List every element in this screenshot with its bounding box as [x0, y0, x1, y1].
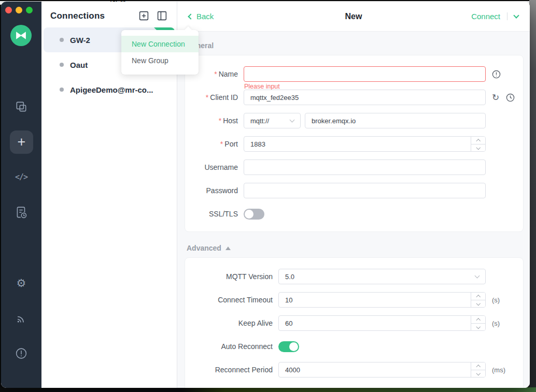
log-icon[interactable]	[15, 206, 28, 220]
keep-alive-input[interactable]	[278, 315, 486, 331]
mqttx-logo	[10, 25, 32, 46]
stepper-up-button[interactable]	[471, 316, 485, 323]
advanced-card: MQTT Version 5.0 Connect Timeout	[185, 257, 524, 388]
divider	[507, 12, 507, 20]
keep-alive-stepper	[471, 316, 485, 330]
new-dropdown-menu: New Connection New Group	[121, 30, 199, 75]
collapse-triangle-icon	[225, 246, 231, 250]
menu-item-new-connection[interactable]: New Connection	[121, 36, 199, 52]
connection-status-dot	[60, 63, 64, 67]
connection-label: GW-2	[70, 36, 90, 45]
broadcast-icon[interactable]	[15, 312, 27, 325]
reconnect-period-label: Reconnect Period	[185, 366, 278, 374]
stepper-up-button[interactable]	[471, 137, 485, 144]
connection-label: ApigeeDemo@mr-co...	[70, 85, 153, 94]
clean-start-toggle[interactable]	[278, 388, 299, 388]
auto-reconnect-toggle[interactable]	[278, 341, 299, 352]
timestamp-client-id-icon[interactable]	[506, 93, 515, 102]
connect-options-chevron-icon[interactable]	[513, 12, 519, 18]
chevron-down-icon	[290, 117, 295, 122]
connection-label: Oaut	[70, 61, 88, 69]
desktop-background-bottom	[0, 387, 536, 392]
keep-alive-label: Keep Alive	[185, 319, 278, 327]
ssl-tls-label: SSL/TLS	[185, 210, 244, 218]
chevron-left-icon	[188, 13, 193, 19]
app-sidebar: + </> ⚙	[1, 2, 41, 388]
username-input[interactable]	[244, 159, 486, 175]
plus-icon: +	[18, 135, 26, 149]
reconnect-period-stepper	[471, 362, 485, 377]
port-input[interactable]	[244, 136, 486, 152]
ssl-tls-toggle[interactable]	[244, 209, 264, 220]
host-input[interactable]	[305, 113, 486, 128]
menu-item-new-group[interactable]: New Group	[121, 52, 199, 69]
general-card: *Name Please input *Client ID	[185, 55, 524, 232]
name-info-icon[interactable]	[492, 70, 501, 79]
connect-timeout-stepper	[471, 293, 485, 307]
main-area: Back New Connect General *Name Please in…	[177, 2, 530, 388]
collapse-panel-icon[interactable]	[157, 10, 167, 21]
general-section-heading: General	[187, 41, 521, 50]
connect-timeout-label: Connect Timeout	[185, 296, 278, 304]
seconds-unit: (s)	[492, 296, 500, 304]
mqtt-version-label: MQTT Version	[185, 272, 278, 281]
milliseconds-unit: (ms)	[492, 366, 505, 374]
connect-timeout-input[interactable]	[278, 292, 486, 308]
stepper-up-button[interactable]	[471, 293, 485, 300]
stepper-up-button[interactable]	[471, 362, 485, 370]
port-label: *Port	[185, 140, 244, 148]
username-label: Username	[185, 163, 244, 171]
host-label: *Host	[185, 117, 244, 125]
chevron-down-icon	[475, 273, 480, 278]
script-icon[interactable]: </>	[15, 172, 27, 182]
add-connection-icon[interactable]	[138, 10, 149, 21]
name-input[interactable]	[244, 66, 486, 82]
stepper-down-button[interactable]	[471, 300, 485, 308]
refresh-client-id-icon[interactable]: ↻	[492, 93, 499, 102]
required-asterisk: *	[214, 70, 217, 78]
connections-title: Connections	[50, 11, 131, 21]
stepper-down-button[interactable]	[471, 370, 485, 378]
topbar: Back New Connect	[177, 2, 530, 32]
connections-icon[interactable]	[15, 100, 28, 113]
mqttx-window: + </> ⚙	[1, 2, 530, 388]
mqtt-version-select[interactable]: 5.0	[278, 269, 486, 284]
advanced-section-heading[interactable]: Advanced	[187, 244, 521, 252]
settings-gear-icon[interactable]: ⚙	[17, 278, 26, 288]
desktop-background-right	[529, 0, 536, 392]
zoom-window-button[interactable]	[26, 7, 33, 13]
new-connection-plus-button[interactable]: +	[10, 130, 33, 154]
connection-item-apigee[interactable]: ApigeeDemo@mr-co...	[44, 77, 175, 102]
client-id-input[interactable]	[244, 90, 486, 105]
stepper-down-button[interactable]	[471, 323, 485, 331]
name-error-message: Please input	[244, 83, 280, 90]
form-content: General *Name Please input	[177, 32, 530, 388]
seconds-unit: (s)	[492, 320, 500, 327]
close-window-button[interactable]	[5, 7, 12, 13]
client-id-label: *Client ID	[185, 93, 244, 101]
reconnect-period-input[interactable]	[278, 362, 486, 378]
connections-panel: Connections GW-2 SSL	[41, 2, 177, 388]
connection-status-dot	[60, 88, 64, 92]
stepper-down-button[interactable]	[471, 144, 485, 152]
port-stepper	[471, 137, 485, 151]
connection-status-dot	[60, 38, 64, 42]
password-input[interactable]	[244, 183, 486, 198]
back-button[interactable]: Back	[189, 12, 214, 21]
password-label: Password	[185, 186, 244, 195]
protocol-select[interactable]: mqtt://	[244, 113, 301, 128]
auto-reconnect-label: Auto Reconnect	[185, 342, 278, 351]
connect-button[interactable]: Connect	[471, 12, 500, 21]
connections-panel-header: Connections	[41, 2, 177, 26]
about-info-icon[interactable]	[15, 347, 28, 360]
minimize-window-button[interactable]	[16, 7, 22, 13]
